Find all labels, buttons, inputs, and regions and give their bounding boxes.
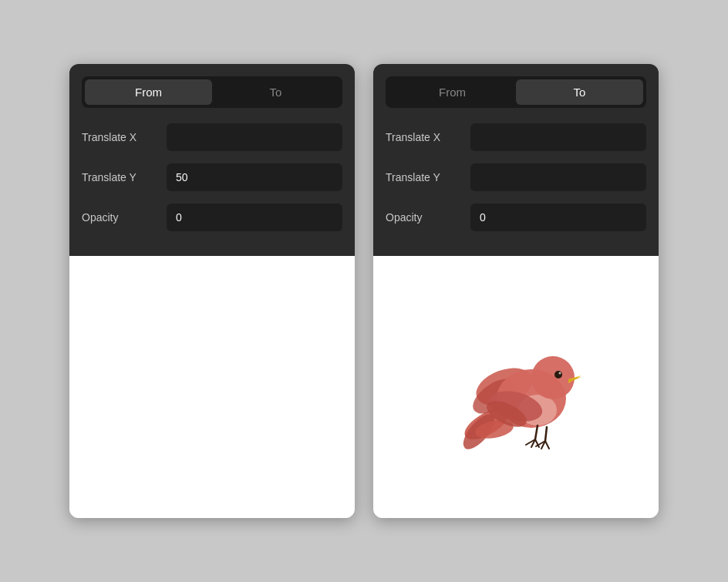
- left-translate-y-input[interactable]: [167, 163, 342, 191]
- panels-container: From To Translate X Translate Y Opacity: [39, 33, 689, 549]
- svg-line-18: [545, 427, 547, 441]
- left-opacity-row: Opacity: [82, 204, 342, 231]
- right-opacity-input[interactable]: [470, 204, 646, 231]
- bird-illustration: [439, 310, 593, 464]
- right-panel-controls: From To Translate X Translate Y Opacity: [373, 64, 659, 256]
- right-translate-x-row: Translate X: [386, 123, 646, 151]
- svg-point-11: [559, 372, 561, 375]
- left-tab-from[interactable]: From: [85, 79, 212, 105]
- right-tab-to[interactable]: To: [516, 79, 643, 105]
- right-translate-y-label: Translate Y: [386, 171, 470, 183]
- left-opacity-input[interactable]: [167, 204, 342, 231]
- right-tab-from[interactable]: From: [389, 79, 516, 105]
- left-panel: From To Translate X Translate Y Opacity: [69, 64, 355, 518]
- right-translate-x-input[interactable]: [470, 123, 646, 151]
- left-panel-preview: [69, 256, 355, 518]
- right-translate-y-row: Translate Y: [386, 163, 646, 191]
- right-opacity-row: Opacity: [386, 204, 646, 231]
- bird-svg: [439, 310, 593, 464]
- svg-point-10: [554, 371, 562, 378]
- right-tab-bar: From To: [386, 76, 646, 108]
- right-panel: From To Translate X Translate Y Opacity: [373, 64, 659, 518]
- right-panel-preview: [373, 256, 659, 518]
- svg-line-21: [545, 441, 549, 449]
- left-translate-y-row: Translate Y: [82, 163, 342, 191]
- svg-point-9: [531, 356, 575, 399]
- right-opacity-label: Opacity: [386, 211, 470, 224]
- left-opacity-label: Opacity: [82, 211, 167, 224]
- left-translate-x-label: Translate X: [82, 131, 167, 143]
- left-translate-y-label: Translate Y: [82, 171, 167, 183]
- left-panel-controls: From To Translate X Translate Y Opacity: [69, 64, 355, 256]
- right-translate-x-label: Translate X: [386, 131, 470, 143]
- left-tab-bar: From To: [82, 76, 342, 108]
- right-translate-y-input[interactable]: [470, 163, 646, 191]
- left-tab-to[interactable]: To: [212, 79, 339, 105]
- left-translate-x-row: Translate X: [82, 123, 342, 151]
- left-translate-x-input[interactable]: [167, 123, 342, 151]
